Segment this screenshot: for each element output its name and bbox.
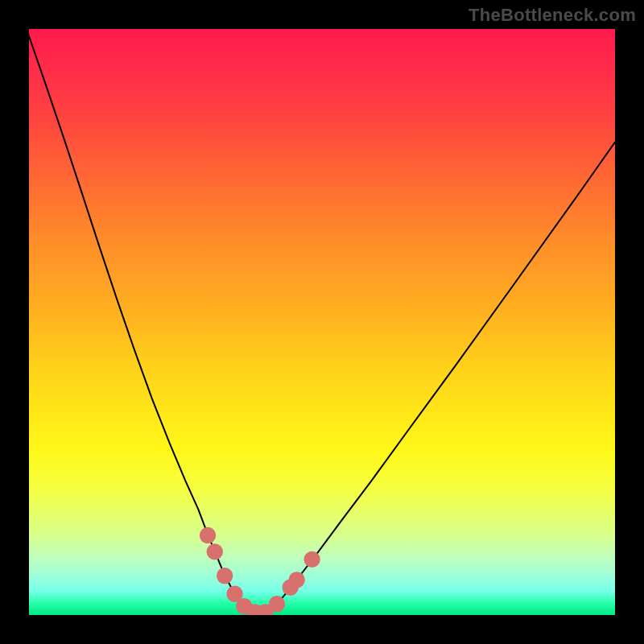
bead <box>226 586 242 602</box>
bead <box>269 596 285 612</box>
bead <box>200 527 216 543</box>
watermark-link[interactable]: TheBottleneck.com <box>469 5 636 26</box>
bottleneck-curve <box>29 29 615 615</box>
bead <box>217 568 233 584</box>
plot-area <box>29 29 615 615</box>
bead <box>289 572 305 588</box>
bead <box>283 580 299 596</box>
chart-frame: TheBottleneck.com <box>0 0 644 644</box>
bead <box>207 543 223 559</box>
bead <box>246 604 262 615</box>
highlight-beads <box>29 29 615 615</box>
bead <box>303 551 320 568</box>
curve-path <box>29 29 615 612</box>
bead <box>257 604 273 615</box>
bead <box>236 598 252 614</box>
